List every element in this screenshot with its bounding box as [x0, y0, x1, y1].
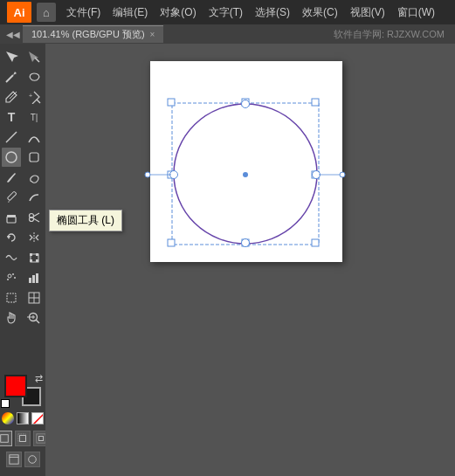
menu-object[interactable]: 对象(O) [155, 3, 201, 22]
tab-close-button[interactable]: × [150, 30, 155, 39]
slice-tool[interactable] [24, 288, 44, 307]
title-bar: Ai ⌂ 文件(F) 编辑(E) 对象(O) 文字(T) 选择(S) 效果(C)… [0, 0, 455, 24]
tool-row-brush [2, 168, 44, 187]
svg-rect-48 [168, 99, 175, 106]
svg-rect-55 [312, 239, 319, 246]
scissors-tool[interactable] [24, 208, 44, 227]
svg-rect-21 [36, 259, 38, 262]
touch-type-tool[interactable]: T| [24, 107, 44, 127]
menu-window[interactable]: 窗口(W) [392, 3, 440, 22]
svg-rect-8 [7, 191, 17, 201]
smooth-tool[interactable] [24, 188, 44, 207]
add-anchor-tool[interactable]: + [24, 87, 44, 107]
document-tab[interactable]: 101.41% (RGB/GPU 预览) × [23, 25, 163, 43]
svg-rect-42 [38, 436, 43, 440]
tool-row-3: + [2, 87, 44, 107]
svg-rect-7 [30, 153, 38, 162]
symbol-sprayer-tool[interactable] [2, 268, 21, 287]
svg-rect-28 [36, 273, 38, 283]
menu-text[interactable]: 文字(T) [203, 3, 248, 22]
tab-bar: ◀◀ 101.41% (RGB/GPU 预览) × 软件自学网: RJZXW.C… [0, 24, 455, 44]
svg-rect-38 [1, 435, 9, 443]
svg-rect-26 [29, 278, 31, 283]
shaper-tool[interactable] [24, 148, 44, 167]
svg-line-14 [33, 218, 39, 222]
ellipse-tool[interactable] [2, 148, 21, 167]
menu-view[interactable]: 视图(V) [345, 3, 390, 22]
color-icon[interactable] [2, 412, 14, 424]
column-graph-tool[interactable] [24, 268, 44, 287]
rotate-tool[interactable] [2, 228, 21, 247]
gradient-icon[interactable] [17, 412, 29, 424]
svg-point-22 [8, 274, 11, 278]
normal-screen-icon[interactable] [6, 452, 22, 467]
svg-line-2 [10, 92, 17, 99]
svg-rect-27 [32, 275, 35, 283]
svg-rect-19 [36, 253, 38, 256]
none-icon[interactable] [31, 412, 44, 424]
default-colors-icon[interactable] [1, 399, 10, 408]
draw-mode-row [0, 431, 49, 446]
menu-effect[interactable]: 效果(C) [297, 3, 343, 22]
tool-row-artboard [2, 288, 44, 307]
blob-brush-tool[interactable] [24, 168, 44, 187]
screen-mode-row [6, 452, 40, 467]
svg-line-5 [6, 132, 17, 142]
fullscreen-icon[interactable] [24, 452, 40, 467]
svg-line-13 [33, 213, 39, 217]
pencil-tool[interactable] [2, 188, 21, 207]
toolbar: + T T| [0, 44, 45, 476]
svg-point-6 [6, 152, 17, 162]
tool-row-pencil [2, 188, 44, 207]
selection-tool[interactable] [2, 47, 21, 66]
tool-row-rotate [2, 228, 44, 247]
tool-row-shape [2, 148, 44, 167]
svg-text:+: + [29, 93, 32, 99]
svg-point-57 [242, 100, 250, 108]
svg-point-23 [12, 273, 14, 275]
paintbrush-tool[interactable] [2, 168, 21, 187]
eraser-tool[interactable] [2, 208, 21, 227]
draw-behind-icon[interactable] [15, 431, 31, 446]
tool-row-type: T T| [2, 107, 44, 127]
line-tool[interactable] [2, 128, 21, 147]
lasso-tool[interactable] [24, 67, 44, 86]
menu-edit[interactable]: 编辑(E) [107, 3, 153, 22]
menu-select[interactable]: 选择(S) [250, 3, 295, 22]
menu-file[interactable]: 文件(F) [61, 3, 106, 22]
watermark: 软件自学网: RJZXW.COM [167, 28, 448, 41]
hand-tool[interactable] [2, 308, 21, 328]
svg-rect-40 [20, 436, 26, 442]
tool-row-eraser [2, 208, 44, 227]
arc-tool[interactable] [24, 128, 44, 147]
svg-line-3 [37, 100, 40, 103]
pen-tool[interactable] [2, 87, 21, 107]
svg-rect-50 [312, 99, 319, 106]
tool-row-2 [2, 67, 44, 86]
svg-point-63 [145, 172, 150, 177]
svg-rect-18 [30, 253, 32, 256]
collapse-button[interactable]: ◀◀ [7, 28, 19, 40]
magic-wand-tool[interactable] [2, 67, 21, 86]
ai-logo: Ai [7, 2, 31, 23]
fill-swatch[interactable] [4, 375, 27, 397]
swap-colors-icon[interactable]: ⇄ [35, 373, 43, 384]
reflect-tool[interactable] [24, 228, 44, 247]
svg-rect-10 [7, 215, 16, 217]
tool-row-symbol [2, 268, 44, 287]
draw-normal-icon[interactable] [0, 431, 12, 446]
zoom-tool[interactable] [24, 308, 44, 328]
warp-tool[interactable] [2, 248, 21, 267]
svg-line-0 [6, 75, 13, 82]
home-button[interactable]: ⌂ [37, 3, 56, 22]
direct-selection-tool[interactable] [24, 47, 44, 66]
svg-line-37 [32, 413, 44, 424]
tool-row-line [2, 128, 44, 147]
type-tool[interactable]: T [2, 107, 21, 127]
artboard-tool[interactable] [2, 288, 21, 307]
svg-rect-41 [37, 434, 45, 443]
svg-rect-29 [7, 293, 16, 302]
svg-point-45 [28, 456, 36, 464]
free-transform-tool[interactable] [24, 248, 44, 267]
canvas-area[interactable] [45, 44, 455, 476]
